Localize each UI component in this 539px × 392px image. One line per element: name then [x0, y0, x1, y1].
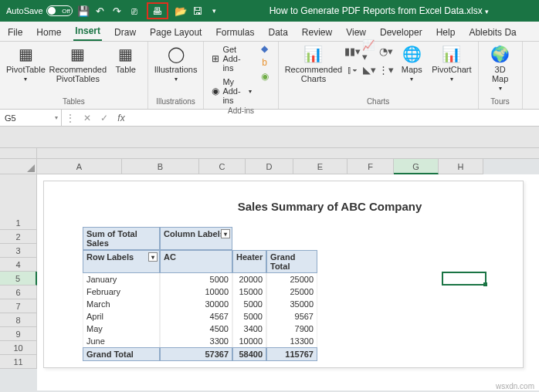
- pivot-row-labels[interactable]: Row Labels▾: [83, 250, 160, 273]
- pivot-grand-cell: 115767: [266, 347, 317, 361]
- group-tables: ▦PivotTable▾ ▦Recommended PivotTables ▦T…: [0, 42, 148, 109]
- row-header-3[interactable]: 3: [0, 244, 37, 258]
- illustrations-button[interactable]: ◯Illustrations▾: [153, 43, 199, 84]
- watermark: wsxdn.com: [496, 382, 534, 390]
- my-addins-button[interactable]: ◉My Add-ins▾: [208, 76, 254, 106]
- redo-icon[interactable]: ↷: [111, 5, 124, 17]
- recommended-charts-button[interactable]: 📊Recommended Charts: [283, 43, 344, 85]
- bar-chart-icon[interactable]: ⫿▾: [345, 62, 359, 77]
- col-header-A[interactable]: A: [37, 159, 122, 174]
- row-header-5[interactable]: 5: [0, 272, 37, 286]
- cancel-icon[interactable]: ✕: [79, 113, 96, 123]
- report-title: Sales Summary of ABC Company: [175, 200, 484, 213]
- select-all-corner[interactable]: [0, 159, 37, 174]
- tab-home[interactable]: Home: [35, 24, 63, 41]
- pivot-row-label: February: [83, 286, 160, 298]
- pivot-cell: 30000: [160, 298, 232, 310]
- row-header-6[interactable]: 6: [0, 286, 37, 299]
- tab-ablebits[interactable]: Ablebits Da: [467, 24, 517, 41]
- tab-draw[interactable]: Draw: [113, 24, 137, 41]
- col-header-G[interactable]: G: [394, 159, 439, 174]
- col-header-C[interactable]: C: [199, 159, 246, 174]
- qat-dropdown-icon[interactable]: ▾: [208, 5, 221, 17]
- pivot-cell: 9567: [266, 310, 317, 323]
- chart-gallery: ▮▮▾ 📈▾ ◔▾ ⫿▾ ◣▾ ⋮▾: [345, 43, 393, 77]
- group-label-illustrations: Illustrations: [156, 97, 195, 106]
- group-label-tours: Tours: [490, 97, 509, 106]
- pie-chart-icon[interactable]: ◔▾: [379, 43, 393, 59]
- enter-icon[interactable]: ✓: [96, 113, 113, 123]
- tab-view[interactable]: View: [344, 24, 368, 41]
- 3d-map-button[interactable]: 🌍3D Map▾: [483, 43, 517, 93]
- pivot-cell: 7900: [266, 323, 317, 335]
- row-header-4[interactable]: 4: [0, 258, 37, 272]
- save-icon[interactable]: 💾: [77, 5, 90, 17]
- recommended-pivot-icon: ▦: [70, 45, 85, 63]
- dropdown-icon[interactable]: ▾: [148, 252, 158, 262]
- row-header-8[interactable]: 8: [0, 313, 37, 327]
- ruler: [37, 148, 539, 159]
- pivot-cell: 13300: [266, 335, 317, 347]
- tab-review[interactable]: Review: [300, 24, 334, 41]
- undo-icon[interactable]: ↶: [94, 5, 107, 17]
- worksheet[interactable]: Sales Summary of ABC Company Sum of Tota…: [37, 174, 539, 390]
- line-chart-icon[interactable]: 📈▾: [362, 43, 376, 59]
- more-button[interactable]: L: [527, 43, 539, 65]
- print-icon[interactable]: 🖶: [151, 5, 164, 17]
- touch-icon[interactable]: ⎚: [128, 5, 141, 17]
- autosave-toggle[interactable]: AutoSave Off: [6, 5, 73, 16]
- col-header-D[interactable]: D: [246, 159, 293, 174]
- pivottable-button[interactable]: ▦PivotTable▾: [5, 43, 47, 84]
- table-button[interactable]: ▦Table: [109, 43, 143, 76]
- bing-icon[interactable]: b: [259, 57, 270, 68]
- tab-file[interactable]: File: [6, 24, 24, 41]
- autosave-switch[interactable]: Off: [46, 5, 73, 16]
- row-header-1[interactable]: 1: [0, 216, 37, 230]
- fb-divider-icon: ⋮: [62, 113, 79, 123]
- row-header-7[interactable]: 7: [0, 299, 37, 313]
- row-header-2[interactable]: 2: [0, 230, 37, 244]
- group-more: L: [523, 42, 539, 109]
- tab-insert[interactable]: Insert: [73, 22, 102, 41]
- pivotchart-button[interactable]: 📊PivotChart▾: [430, 43, 473, 84]
- col-header-E[interactable]: E: [293, 159, 347, 174]
- group-charts: 📊Recommended Charts ▮▮▾ 📈▾ ◔▾ ⫿▾ ◣▾ ⋮▾ 🌐…: [279, 42, 479, 109]
- col-header-F[interactable]: F: [347, 159, 394, 174]
- row-header-11[interactable]: 11: [0, 355, 37, 369]
- tab-help[interactable]: Help: [435, 24, 457, 41]
- recommended-pivot-button[interactable]: ▦Recommended PivotTables: [49, 43, 107, 85]
- visio-icon[interactable]: ◆: [259, 43, 270, 54]
- pivottable-icon: ▦: [19, 45, 33, 63]
- fx-icon[interactable]: fx: [113, 113, 130, 123]
- open-icon[interactable]: 📂: [175, 5, 187, 17]
- selected-cell[interactable]: [442, 272, 486, 286]
- tab-formulas[interactable]: Formulas: [214, 24, 256, 41]
- formula-bar: G5 ⋮ ✕ ✓ fx: [0, 110, 539, 127]
- pivot-row-label: April: [83, 310, 160, 323]
- row-header-10[interactable]: 10: [0, 341, 37, 355]
- save-as-icon[interactable]: 🖫: [192, 5, 204, 17]
- col-header-H[interactable]: H: [439, 159, 483, 174]
- tab-page-layout[interactable]: Page Layout: [148, 24, 203, 41]
- people-icon[interactable]: ◉: [259, 71, 270, 82]
- pivot-row-label: March: [83, 298, 160, 310]
- pivot-cell: 5000: [232, 298, 266, 310]
- dropdown-icon[interactable]: ▾: [221, 229, 230, 238]
- row-header-9[interactable]: 9: [0, 327, 37, 341]
- pivot-table[interactable]: Sum of Total Sales Column Labels▾ Row La…: [83, 227, 484, 361]
- column-headers: ABCDEFGH: [0, 159, 539, 174]
- pivot-cell: 5000: [160, 273, 232, 286]
- pivot-grand-cell: 58400: [232, 347, 266, 361]
- area-chart-icon[interactable]: ◣▾: [362, 62, 376, 77]
- get-addins-button[interactable]: ⊞Get Add-ins: [208, 43, 254, 74]
- tab-developer[interactable]: Developer: [378, 24, 424, 41]
- autosave-label: AutoSave: [6, 6, 43, 15]
- column-chart-icon[interactable]: ▮▮▾: [345, 43, 359, 59]
- maps-button[interactable]: 🌐Maps▾: [395, 43, 429, 84]
- col-header-B[interactable]: B: [122, 159, 199, 174]
- name-box[interactable]: G5: [0, 110, 62, 126]
- pivot-col-labels[interactable]: Column Labels▾: [160, 227, 232, 250]
- tab-data[interactable]: Data: [266, 24, 289, 41]
- quick-print-highlight: 🖶: [147, 2, 168, 19]
- scatter-chart-icon[interactable]: ⋮▾: [379, 62, 393, 77]
